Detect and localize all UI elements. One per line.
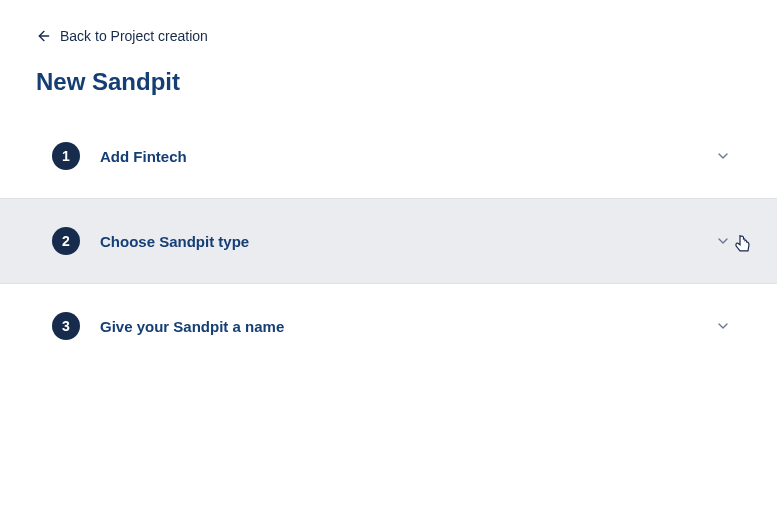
steps-accordion: 1 Add Fintech 2 Choose Sandpit type 3 Gi… (0, 114, 777, 368)
step-add-fintech[interactable]: 1 Add Fintech (0, 114, 777, 198)
back-to-project-creation-link[interactable]: Back to Project creation (36, 28, 777, 44)
step-number-badge: 3 (52, 312, 80, 340)
step-title: Add Fintech (100, 148, 715, 165)
step-number-badge: 1 (52, 142, 80, 170)
step-number-badge: 2 (52, 227, 80, 255)
step-give-sandpit-name[interactable]: 3 Give your Sandpit a name (0, 284, 777, 368)
chevron-down-icon (715, 233, 731, 249)
cursor-pointer-icon (734, 234, 752, 258)
arrow-left-icon (36, 28, 52, 44)
step-title: Give your Sandpit a name (100, 318, 715, 335)
chevron-down-icon (715, 318, 731, 334)
page-title: New Sandpit (36, 68, 777, 96)
chevron-down-icon (715, 148, 731, 164)
step-choose-sandpit-type[interactable]: 2 Choose Sandpit type (0, 198, 777, 284)
step-title: Choose Sandpit type (100, 233, 715, 250)
back-link-label: Back to Project creation (60, 28, 208, 44)
